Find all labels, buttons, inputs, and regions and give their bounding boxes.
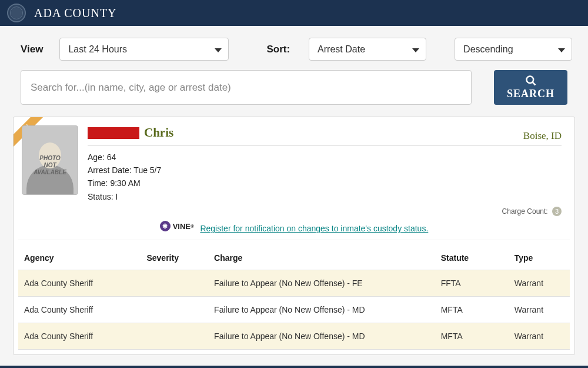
cell-type: Warrant [509,297,570,323]
order-group: Descending [455,38,572,61]
charge-count-label: Charge Count: [502,207,548,216]
col-charge-header: Charge [208,246,435,270]
cell-statute: MFTA [435,297,509,323]
footer-bar [0,366,588,368]
cell-type: Warrant [509,270,570,297]
status-row: Status: I [88,190,562,203]
sort-group: Sort: Arrest Date [266,38,426,61]
view-select-wrap: Last 24 Hours [59,38,229,61]
cell-charge: Failure to Appear (No New Offense) - FE [208,270,435,297]
col-severity-header: Severity [141,246,208,270]
table-row: Ada County Sheriff Failure to Appear (No… [18,297,570,323]
inmate-first-name[interactable]: Chris [144,125,173,140]
name-row: Chris Boise, ID [88,125,562,146]
photo-not-available-text: PHOTO NOT AVAILABLE [34,155,66,176]
search-button-label: SEARCH [507,88,554,100]
vine-row: VINE® Register for notification on chang… [18,218,570,240]
search-row: SEARCH [0,67,588,112]
redacted-surname [88,127,139,139]
col-statute-header: Statute [435,246,509,270]
svg-line-1 [532,82,535,85]
order-select[interactable]: Descending [455,38,572,61]
age-row: Age: 64 [88,151,562,164]
order-select-wrap: Descending [455,38,572,61]
view-select[interactable]: Last 24 Hours [59,38,229,61]
arrest-date-row: Arrest Date: Tue 5/7 [88,164,562,177]
search-icon [525,75,537,87]
table-row: Ada County Sheriff Failure to Appear (No… [18,270,570,297]
cell-type: Warrant [509,323,570,350]
view-label: View [21,44,43,55]
search-button[interactable]: SEARCH [494,70,567,105]
cell-agency: Ada County Sheriff [18,297,141,323]
cell-charge: Failure to Appear (No New Offense) - MD [208,297,435,323]
cell-agency: Ada County Sheriff [18,270,141,297]
sort-select[interactable]: Arrest Date [309,38,426,61]
col-type-header: Type [509,246,570,270]
cell-severity [141,270,208,297]
card-top: PHOTO NOT AVAILABLE Chris Boise, ID Age:… [14,117,574,207]
cell-statute: MFTA [435,323,509,350]
inmate-location: Boise, ID [523,130,562,142]
header-bar: ADA COUNTY [0,0,588,26]
cell-agency: Ada County Sheriff [18,323,141,350]
county-seal-icon [7,4,26,22]
vine-register-link[interactable]: Register for notification on changes to … [200,224,428,233]
cell-statute: FFTA [435,270,509,297]
vine-logo-icon [160,221,171,231]
cell-severity [141,323,208,350]
cell-severity [141,297,208,323]
sort-label: Sort: [266,44,290,55]
name-left: Chris [88,125,173,140]
table-row: Ada County Sheriff Failure to Appear (No… [18,323,570,350]
cell-charge: Failure to Appear (No New Offense) - MD [208,323,435,350]
inmate-info: Chris Boise, ID Age: 64 Arrest Date: Tue… [88,125,562,203]
charge-count-row: Charge Count: 3 [14,207,574,218]
vine-logo: VINE® [160,221,194,231]
svg-point-0 [526,77,533,84]
filter-controls: View Last 24 Hours Sort: Arrest Date Des… [0,26,588,67]
table-header-row: Agency Severity Charge Statute Type [18,246,570,270]
inmate-card: PHOTO NOT AVAILABLE Chris Boise, ID Age:… [13,117,575,355]
time-row: Time: 9:30 AM [88,177,562,190]
sort-select-wrap: Arrest Date [309,38,426,61]
header-title: ADA COUNTY [34,6,117,20]
inmate-meta: Age: 64 Arrest Date: Tue 5/7 Time: 9:30 … [88,151,562,204]
charge-count-badge: 3 [552,207,562,216]
col-agency-header: Agency [18,246,141,270]
search-input[interactable] [21,70,472,105]
mugshot-placeholder: PHOTO NOT AVAILABLE [22,125,78,195]
charges-table: Agency Severity Charge Statute Type Ada … [18,246,570,350]
